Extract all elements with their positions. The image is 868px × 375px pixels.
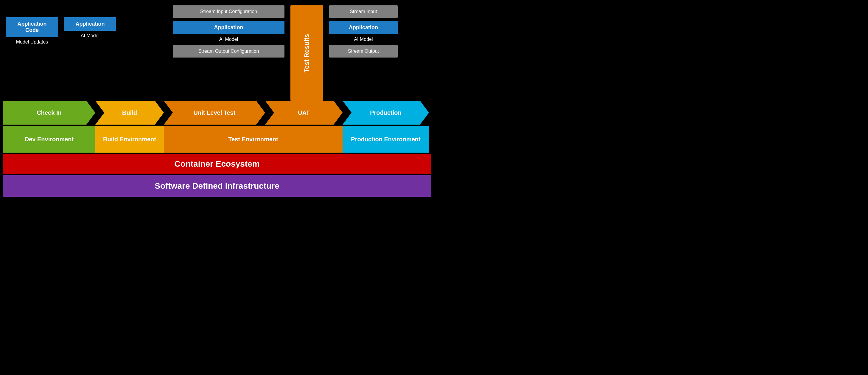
env-test: Test Environment bbox=[164, 126, 343, 153]
pipeline-build: Build bbox=[95, 101, 164, 124]
ai-model-label-1: AI Model bbox=[81, 33, 99, 38]
env-dev: Dev Environment bbox=[3, 126, 95, 153]
col-app-code: Application Code Model Updates bbox=[6, 5, 58, 45]
pipeline-unittest: Unit Level Test bbox=[164, 101, 265, 124]
model-updates-label: Model Updates bbox=[16, 39, 48, 45]
bottom-section: Check In Build Unit Level Test UAT Produ… bbox=[3, 101, 431, 197]
pipeline-uat: UAT bbox=[265, 101, 343, 124]
test-results-box: Test Results bbox=[290, 5, 323, 101]
col-test-results: Test Results bbox=[287, 5, 326, 101]
application-right-box: Application bbox=[329, 21, 398, 34]
ai-model-label-3: AI Model bbox=[354, 37, 373, 42]
env-build: Build Environment bbox=[95, 126, 164, 153]
stream-output-config-box: Stream Output Configuration bbox=[173, 45, 284, 58]
stream-input-config-box: Stream Input Configuration bbox=[173, 5, 284, 18]
env-prod: Production Environment bbox=[343, 126, 429, 153]
stream-input-box: Stream Input bbox=[329, 5, 398, 18]
application-box: Application bbox=[64, 17, 116, 31]
env-section: Dev Environment Build Environment Test E… bbox=[3, 126, 431, 153]
col-stream-config: Stream Input Configuration Application A… bbox=[173, 5, 284, 58]
col-stream-output: Stream Input Application AI Model Stream… bbox=[329, 5, 398, 58]
app-code-box: Application Code bbox=[6, 17, 58, 37]
ai-model-label-2: AI Model bbox=[219, 37, 238, 42]
main-container: Application Code Model Updates Applicati… bbox=[0, 0, 434, 197]
pipeline-section: Check In Build Unit Level Test UAT Produ… bbox=[3, 101, 431, 124]
container-ecosystem-bar: Container Ecosystem bbox=[3, 154, 431, 174]
pipeline-checkin: Check In bbox=[3, 101, 95, 124]
col-application: Application AI Model bbox=[64, 5, 116, 38]
stream-output-box: Stream Output bbox=[329, 45, 398, 58]
top-boxes-row: Application Code Model Updates Applicati… bbox=[3, 3, 431, 101]
pipeline-production: Production bbox=[343, 101, 429, 124]
application-mid-box: Application bbox=[173, 21, 284, 34]
sdi-bar: Software Defined Infrastructure bbox=[3, 175, 431, 197]
